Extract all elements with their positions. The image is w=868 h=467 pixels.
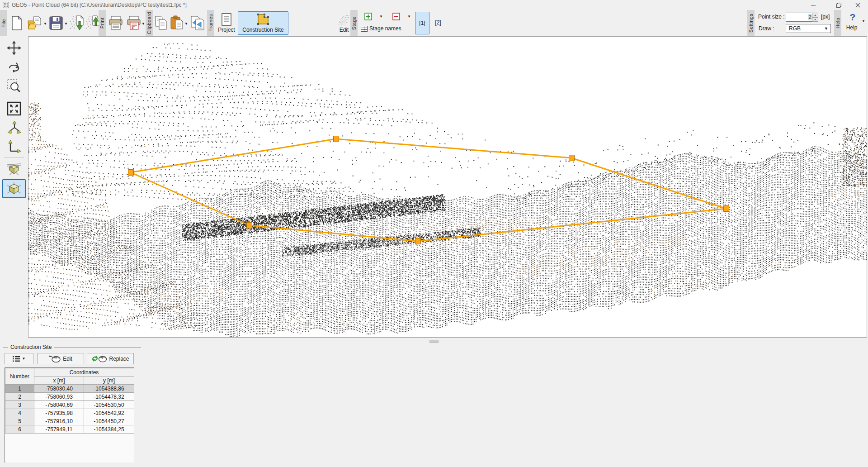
coordinate-cell[interactable]: -1054542,92: [84, 409, 134, 417]
window-title: GEO5 - Point Cloud (64 bit) [C:\Users\tu…: [12, 0, 187, 10]
point-size-unit: [px]: [821, 14, 830, 20]
export-point-cloud-button[interactable]: [85, 13, 100, 33]
close-button[interactable]: [850, 0, 865, 10]
coordinate-cell[interactable]: -757935,98: [34, 409, 84, 417]
help-question-icon[interactable]: ?: [847, 11, 858, 23]
coordinates-table: Number Coordinates x [m] y [m] 1-758030,…: [5, 367, 134, 462]
paste-dropdown-arrow[interactable]: ▼: [184, 21, 189, 26]
panel-splitter[interactable]: [0, 338, 868, 344]
perspective-view-button[interactable]: [2, 160, 26, 178]
frames-group-label: Frames: [208, 14, 213, 32]
point-size-spinner[interactable]: ▲▼: [812, 13, 818, 22]
point-cloud-canvas[interactable]: [28, 37, 867, 337]
axonometric-view-button[interactable]: [2, 179, 26, 198]
construction-site-label: Construction Site: [242, 27, 283, 33]
table-row[interactable]: 1-758030,40-1054388,86: [5, 385, 134, 393]
splitter-grip[interactable]: [429, 340, 439, 343]
row-number-cell[interactable]: 2: [5, 393, 34, 401]
copy-button[interactable]: [154, 13, 168, 33]
settings-group-strip: Settings: [747, 10, 755, 36]
row-number-cell[interactable]: 3: [5, 401, 34, 409]
replace-points-button[interactable]: Replace: [87, 353, 134, 364]
row-number-cell[interactable]: 6: [5, 425, 34, 434]
print-dropdown-arrow[interactable]: ▼: [141, 21, 146, 26]
view-toolbar-separator: [4, 157, 24, 158]
draw-mode-value: RGB: [789, 25, 801, 32]
stage-names-button[interactable]: Stage names: [361, 24, 401, 33]
coordinate-cell[interactable]: -757916,10: [34, 417, 84, 425]
clipboard-group-strip: Clipboard: [146, 10, 153, 36]
stage-names-grid-icon: [361, 26, 368, 32]
help-button[interactable]: Help: [843, 24, 861, 31]
point-size-input[interactable]: 2: [786, 13, 814, 22]
frames-group-strip: Frames: [207, 10, 214, 36]
point-cloud-viewport[interactable]: [28, 36, 867, 338]
edit-points-label: Edit: [63, 356, 72, 362]
draw-label: Draw :: [759, 25, 774, 32]
mouse-edit-icon: [49, 355, 61, 362]
coordinate-cell[interactable]: -757949,11: [34, 425, 84, 434]
open-dropdown-arrow[interactable]: ▼: [43, 21, 47, 26]
list-dropdown-arrow: ▼: [22, 357, 26, 361]
help-dropdown-arrow[interactable]: ▼: [861, 18, 866, 24]
row-number-cell[interactable]: 4: [5, 409, 34, 417]
table-row[interactable]: 6-757949,11-1054384,25: [5, 425, 134, 434]
draw-mode-select[interactable]: RGB ▼: [786, 24, 831, 33]
copy-picture-button[interactable]: [190, 13, 205, 33]
main-toolbar: File ▼ ▼ Print ▼: [0, 10, 868, 36]
save-file-button[interactable]: [49, 13, 63, 33]
import-point-cloud-button[interactable]: [69, 13, 84, 33]
remove-stage-dropdown-arrow[interactable]: ▼: [407, 14, 411, 19]
pan-view-button[interactable]: [2, 39, 26, 57]
fit-to-screen-button[interactable]: [2, 100, 26, 118]
edit-points-button[interactable]: Edit: [37, 353, 84, 364]
zoom-view-button[interactable]: [2, 77, 26, 95]
table-row[interactable]: 3-758040,69-1054530,50: [5, 401, 134, 409]
frame-header: Construction Site: [3, 344, 141, 350]
print-button[interactable]: [108, 13, 123, 33]
clipboard-group-label: Clipboard: [146, 12, 152, 34]
row-number-cell[interactable]: 1: [5, 385, 34, 393]
coordinate-cell[interactable]: -1054530,50: [84, 401, 134, 409]
table-row[interactable]: 2-758060,93-1054478,32: [5, 393, 134, 401]
coordinate-cell[interactable]: -1054388,86: [84, 385, 134, 393]
maximize-button[interactable]: [831, 0, 846, 10]
table-row[interactable]: 4-757935,98-1054542,92: [5, 409, 134, 417]
table-row[interactable]: 5-757916,10-1054450,27: [5, 417, 134, 425]
stage-tab-1[interactable]: [1]: [415, 12, 429, 34]
help-group-strip: Help: [834, 10, 841, 36]
rotate-view-button[interactable]: [2, 58, 26, 76]
frame-title: Construction Site: [8, 344, 54, 350]
print-preview-button[interactable]: [127, 13, 141, 33]
remove-stage-button[interactable]: [392, 13, 400, 20]
coordinate-cell[interactable]: -758060,93: [34, 393, 84, 401]
plan-view-axes-button[interactable]: [2, 138, 26, 156]
stage-tab-2[interactable]: [2]: [431, 12, 445, 33]
save-dropdown-arrow[interactable]: ▼: [64, 21, 68, 26]
geo5-window: GEO5 - Point Cloud (64 bit) [C:\Users\tu…: [0, 0, 868, 467]
print-group-label: Print: [99, 18, 105, 29]
coordinate-cell[interactable]: -758040,69: [34, 401, 84, 409]
axonometry-axes-button[interactable]: [2, 119, 26, 137]
app-icon: [3, 2, 9, 10]
project-frame-button[interactable]: Project: [216, 11, 237, 35]
edit-frame-label: Edit: [340, 27, 349, 33]
minimize-button[interactable]: [806, 0, 821, 10]
coordinate-cell[interactable]: -758030,40: [34, 385, 84, 393]
coordinate-cell[interactable]: -1054384,25: [84, 425, 134, 434]
stage-names-label: Stage names: [369, 25, 401, 32]
add-stage-dropdown-arrow[interactable]: ▼: [379, 14, 383, 19]
combo-arrow-icon: ▼: [824, 26, 830, 31]
point-size-label: Point size :: [758, 14, 785, 20]
list-icon: [13, 356, 20, 362]
construction-site-frame-button[interactable]: Construction Site: [238, 11, 288, 35]
coordinate-cell[interactable]: -1054478,32: [84, 393, 134, 401]
coordinate-cell[interactable]: -1054450,27: [84, 417, 134, 425]
row-number-cell[interactable]: 5: [5, 417, 34, 425]
paste-button[interactable]: [170, 13, 184, 33]
open-file-button[interactable]: [27, 13, 42, 33]
add-stage-button[interactable]: [364, 13, 372, 20]
table-empty-area: [5, 434, 134, 463]
list-menu-button[interactable]: ▼: [5, 353, 33, 364]
new-file-button[interactable]: [10, 13, 24, 33]
